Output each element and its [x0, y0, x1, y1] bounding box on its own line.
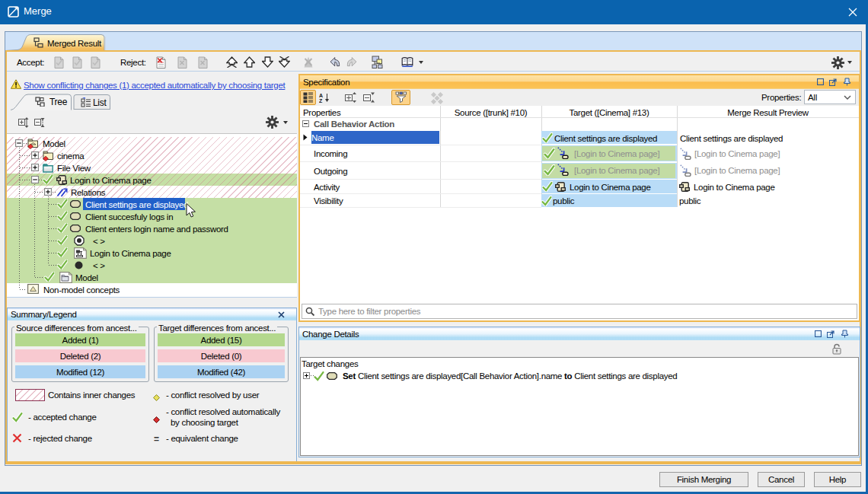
svg-text:A: A: [319, 93, 323, 98]
svg-text:Z: Z: [319, 98, 323, 103]
